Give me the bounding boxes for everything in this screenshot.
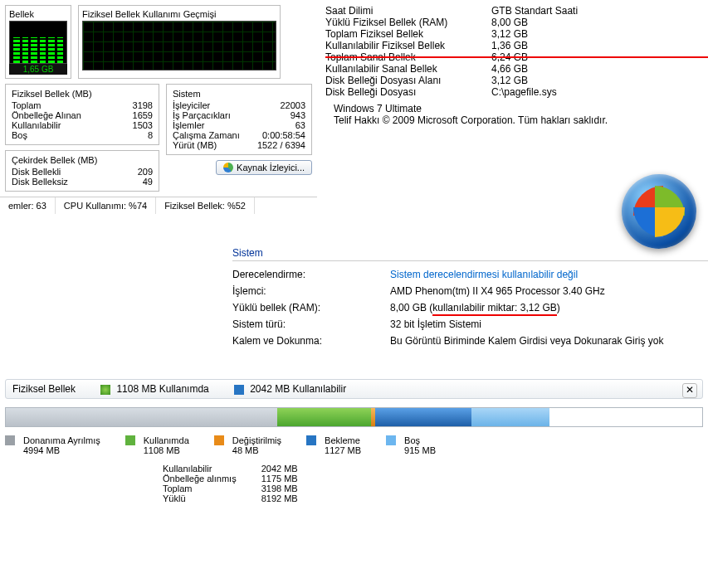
standby-icon	[306, 435, 316, 445]
physical-memory-title: Fiziksel Bellek (MB)	[12, 89, 153, 100]
system-box: Sistem İşleyiciler22003 İş Parçacıkları9…	[166, 84, 312, 155]
memory-history-title: Fiziksel Bellek Kullanımı Geçmişi	[82, 9, 276, 19]
kernel-memory-box: Çekirdek Bellek (MB) Disk Bellekli209 Di…	[5, 150, 159, 192]
system-properties-header: Sistem	[232, 247, 708, 261]
windows-version: Windows 7 Ultimate	[334, 103, 691, 114]
memory-gauge	[9, 21, 67, 64]
memory-header-bar[interactable]: Fiziksel Bellek 1108 MB Kullanımda 2042 …	[5, 379, 703, 399]
memory-gauge-title: Bellek	[9, 9, 67, 19]
physical-memory-box: Fiziksel Bellek (MB) Toplam3198 Önbelleğ…	[5, 84, 159, 145]
in-use-icon	[125, 435, 135, 445]
total-physical-memory-row: Toplam Fiziksel Bellek3,12 GB	[325, 28, 700, 40]
memory-history-graph	[82, 21, 276, 70]
memory-bar	[5, 407, 703, 427]
physical-memory-header: Fiziksel Bellek	[12, 383, 76, 395]
status-processes: emler: 63	[0, 197, 56, 214]
resource-monitor-button[interactable]: Kaynak İzleyici...	[216, 160, 312, 175]
status-memory: Fiziksel Bellek: %52	[156, 197, 255, 214]
system-properties: Sistem Derecelendirme:Sistem derecelendi…	[232, 247, 708, 349]
windows-orb-icon	[622, 174, 696, 249]
status-cpu: CPU Kullanımı: %74	[56, 197, 156, 214]
resource-monitor-memory: Fiziksel Bellek 1108 MB Kullanımda 2042 …	[0, 374, 708, 508]
available-icon	[234, 385, 244, 395]
free-icon	[386, 435, 396, 445]
rating-link[interactable]: Sistem derecelendirmesi kullanılabilir d…	[390, 269, 578, 280]
used-icon	[100, 385, 110, 395]
copyright: Telif Hakkı © 2009 Microsoft Corporation…	[334, 114, 691, 126]
memory-gauge-value: 1,65 GB	[9, 64, 67, 75]
close-icon[interactable]: ✕	[682, 383, 697, 398]
hardware-reserved-icon	[5, 435, 15, 445]
kernel-memory-title: Çekirdek Bellek (MB)	[12, 155, 153, 167]
memory-gauge-panel: Bellek 1,65 GB	[5, 5, 71, 79]
modified-icon	[214, 435, 224, 445]
status-bar: emler: 63 CPU Kullanımı: %74 Fiziksel Be…	[0, 197, 317, 214]
system-box-title: Sistem	[173, 89, 305, 100]
installed-ram-value: 8,00 GB (kullanılabilir miktar: 3,12 GB)	[390, 302, 560, 313]
memory-history-panel: Fiziksel Bellek Kullanımı Geçmişi	[78, 5, 281, 79]
perfmon-icon	[223, 163, 233, 173]
system-info-table: Saat DilimiGTB Standart Saati Yüklü Fizi…	[317, 0, 708, 136]
